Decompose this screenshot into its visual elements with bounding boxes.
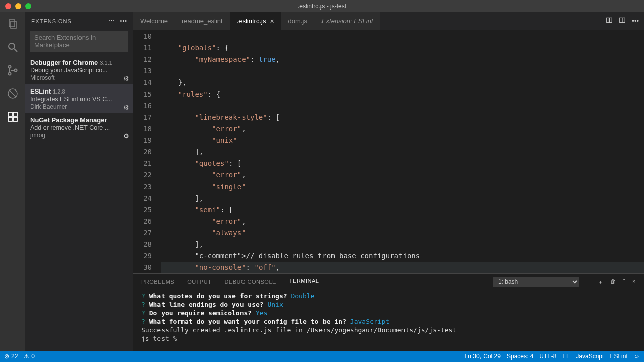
tab-eslintrc[interactable]: .eslintrc.js× bbox=[230, 12, 281, 30]
sidebar-title: EXTENSIONS bbox=[31, 18, 72, 24]
status-language[interactable]: JavaScript bbox=[576, 353, 604, 360]
svg-rect-10 bbox=[8, 117, 12, 121]
line-number-gutter: 1011121314151617181920212223242526272829… bbox=[133, 30, 161, 273]
extension-item-chrome[interactable]: Debugger for Chrome3.1.1 Debug your Java… bbox=[25, 56, 133, 84]
svg-point-6 bbox=[15, 69, 17, 72]
tab-extension-eslint[interactable]: Extension: ESLint bbox=[314, 12, 380, 30]
terminal-content[interactable]: ? What quotes do you use for strings? Do… bbox=[133, 290, 644, 351]
panel-tab-problems[interactable]: PROBLEMS bbox=[141, 279, 174, 285]
editor-tabs: Welcome readme_eslint .eslintrc.js× dom.… bbox=[133, 12, 644, 30]
svg-rect-11 bbox=[13, 117, 17, 121]
tab-dom[interactable]: dom.js bbox=[281, 12, 314, 30]
window-title: .eslintrc.js - js-test bbox=[0, 3, 644, 10]
debug-icon[interactable] bbox=[6, 86, 20, 101]
status-ln-col[interactable]: Ln 30, Col 29 bbox=[465, 353, 501, 360]
split-editor-icon[interactable] bbox=[619, 17, 626, 25]
panel-tab-output[interactable]: OUTPUT bbox=[187, 279, 211, 285]
svg-rect-0 bbox=[9, 20, 15, 27]
close-icon[interactable]: × bbox=[270, 17, 274, 25]
panel-tab-debug[interactable]: DEBUG CONSOLE bbox=[224, 279, 276, 285]
kill-terminal-icon[interactable]: 🗑 bbox=[610, 278, 616, 286]
status-warnings[interactable]: ⚠ 0 bbox=[24, 353, 35, 360]
status-spaces[interactable]: Spaces: 4 bbox=[507, 353, 533, 360]
svg-point-2 bbox=[9, 43, 15, 49]
extension-item-eslint[interactable]: ESLint1.2.8 Integrates ESLint into VS C.… bbox=[25, 84, 133, 113]
explorer-icon[interactable] bbox=[6, 17, 20, 31]
extension-item-nuget[interactable]: NuGet Package Manager Add or remove .NET… bbox=[25, 113, 133, 142]
panel-tab-terminal[interactable]: TERMINAL bbox=[289, 278, 319, 286]
split-compare-icon[interactable] bbox=[606, 17, 613, 25]
svg-rect-1 bbox=[11, 21, 16, 28]
sidebar-extensions: EXTENSIONS ⋯ ••• Search Extensions in Ma… bbox=[25, 12, 133, 351]
svg-point-4 bbox=[9, 66, 11, 68]
gear-icon[interactable]: ⚙ bbox=[123, 75, 129, 82]
tab-welcome[interactable]: Welcome bbox=[133, 12, 175, 30]
code-editor[interactable]: 1011121314151617181920212223242526272829… bbox=[133, 30, 644, 273]
tab-readme[interactable]: readme_eslint bbox=[175, 12, 230, 30]
feedback-icon[interactable]: ☺ bbox=[634, 353, 640, 360]
svg-rect-12 bbox=[13, 112, 17, 116]
filter-icon[interactable]: ⋯ bbox=[109, 18, 115, 24]
svg-rect-9 bbox=[8, 112, 12, 116]
activity-bar bbox=[0, 12, 25, 351]
svg-point-5 bbox=[9, 73, 11, 75]
search-icon[interactable] bbox=[6, 40, 20, 54]
gear-icon[interactable]: ⚙ bbox=[123, 132, 129, 140]
status-eol[interactable]: LF bbox=[562, 353, 570, 360]
status-eslint[interactable]: ESLint bbox=[610, 353, 627, 360]
more-actions-icon[interactable]: ••• bbox=[632, 17, 639, 25]
gear-icon[interactable]: ⚙ bbox=[123, 104, 129, 111]
svg-line-3 bbox=[14, 49, 17, 52]
new-terminal-icon[interactable]: ＋ bbox=[598, 278, 604, 286]
svg-rect-13 bbox=[607, 18, 609, 22]
maximize-panel-icon[interactable]: ˆ bbox=[623, 278, 625, 286]
search-extensions-input[interactable]: Search Extensions in Marketplace bbox=[30, 31, 128, 52]
svg-rect-14 bbox=[610, 18, 612, 22]
code-content[interactable]: "globals": { "myNamespace": true, }, "ru… bbox=[161, 30, 644, 273]
status-encoding[interactable]: UTF-8 bbox=[539, 353, 556, 360]
svg-line-8 bbox=[9, 90, 16, 97]
bottom-panel: PROBLEMS OUTPUT DEBUG CONSOLE TERMINAL 1… bbox=[133, 273, 644, 351]
extensions-icon[interactable] bbox=[6, 110, 20, 124]
source-control-icon[interactable] bbox=[6, 63, 20, 77]
status-bar: ⊗ 22 ⚠ 0 Ln 30, Col 29 Spaces: 4 UTF-8 L… bbox=[0, 351, 644, 362]
terminal-shell-select[interactable]: 1: bash bbox=[493, 277, 579, 287]
more-icon[interactable]: ••• bbox=[120, 18, 127, 24]
titlebar: .eslintrc.js - js-test bbox=[0, 0, 644, 12]
status-errors[interactable]: ⊗ 22 bbox=[4, 353, 18, 360]
close-panel-icon[interactable]: × bbox=[632, 278, 636, 286]
